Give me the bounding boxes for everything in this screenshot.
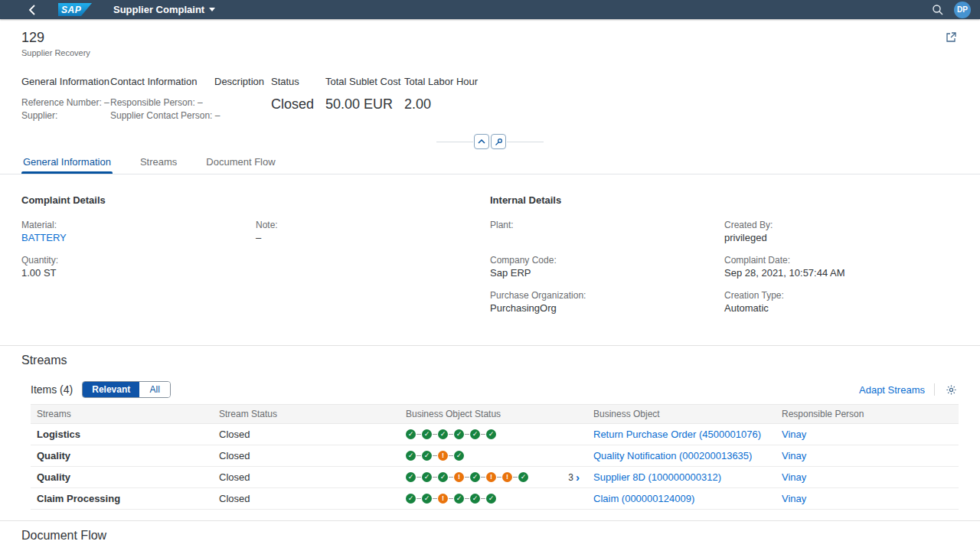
status-positive-icon: ✓ [422,472,432,482]
status-positive-icon: ✓ [486,429,496,439]
business-object-status-chain: ✓✓!✓ [406,451,464,461]
status-positive-icon: ✓ [454,429,464,439]
header-facets: General Information Reference Number: – … [21,76,959,130]
table-row[interactable]: Claim Processing Closed ✓✓!✓✓✓ Claim (00… [31,488,959,510]
status-value: Closed [271,96,313,112]
tab-streams[interactable]: Streams [139,153,178,174]
stream-name: Logistics [37,429,80,440]
material-link[interactable]: BATTERY [21,231,256,244]
status-critical-icon: ! [454,472,464,482]
status-critical-icon: ! [438,494,448,504]
search-icon [932,4,943,15]
streams-table-header: Streams Stream Status Business Object St… [31,404,959,424]
business-object-status-chain: ✓✓✓✓✓✓ [406,429,496,439]
status-positive-icon: ✓ [470,494,480,504]
search-button[interactable] [932,4,943,15]
status-positive-icon: ✓ [406,472,416,482]
chevron-down-icon [209,8,215,11]
status-critical-icon: ! [438,451,448,461]
status-positive-icon: ✓ [486,494,496,504]
business-object-link[interactable]: Claim (000000124009) [593,493,694,504]
facet-description: Description [214,76,271,122]
complaint-details-group: Complaint Details Material: BATTERY Quan… [21,194,490,325]
sap-logo: SAP [58,3,92,16]
status-positive-icon: ✓ [470,472,480,482]
table-row[interactable]: Quality Closed ✓✓✓!✓!!✓3› Supplier 8D (1… [31,467,959,488]
stream-status: Closed [219,450,250,461]
facet-status: Status Closed [271,76,325,122]
field-company-code: Company Code: Sap ERP [490,255,724,280]
app-title-menu[interactable]: Supplier Complaint [113,4,215,15]
business-object-link[interactable]: Quality Notification (000200013635) [593,450,752,461]
field-purchase-organization: Purchase Organization: PurchasingOrg [490,290,724,315]
stream-name: Claim Processing [37,493,120,504]
facet-total-labor-hour: Total Labor Hour 2.00 [404,76,504,122]
responsible-person-link[interactable]: Vinay [782,471,806,483]
streams-section-title: Streams [21,346,959,369]
stream-name: Quality [37,471,70,483]
facet-general-information: General Information Reference Number: – … [21,76,110,122]
table-row[interactable]: Quality Closed ✓✓!✓ Quality Notification… [31,445,959,467]
stream-name: Quality [37,450,70,461]
page-title: 129 [21,30,90,45]
status-positive-icon: ✓ [406,429,416,439]
streams-table-body: Logistics Closed ✓✓✓✓✓✓ Return Purchase … [31,424,959,510]
chevron-up-icon [478,139,485,144]
document-flow-section-title: Document Flow [21,521,959,544]
section-document-flow: Document Flow $ ››› ››› [0,521,980,551]
back-button[interactable] [23,2,40,18]
responsible-person-link[interactable]: Vinay [782,450,806,461]
share-button[interactable] [944,30,959,47]
user-avatar[interactable]: DP [954,2,971,18]
business-object-link[interactable]: Supplier 8D (100000000312) [593,471,721,483]
open-in-new-window-icon [946,31,957,43]
segment-relevant[interactable]: Relevant [83,382,139,397]
internal-details-group: Internal Details Plant: Company Code: Sa… [490,194,959,325]
field-plant: Plant: [490,220,724,245]
tab-document-flow[interactable]: Document Flow [204,153,276,174]
status-positive-icon: ✓ [422,494,432,504]
tab-strip: General Information Streams Document Flo… [0,153,980,174]
facet-contact-information: Contact Information Responsible Person: … [110,76,214,122]
app-title: Supplier Complaint [113,4,204,15]
object-page-header: 129 Supplier Recovery General Informatio… [0,19,980,130]
responsible-person-link[interactable]: Vinay [782,493,806,504]
stream-status: Closed [219,471,250,483]
status-positive-icon: ✓ [438,472,448,482]
stream-status: Closed [219,493,250,504]
collapse-header-button[interactable] [474,134,489,149]
section-streams: Streams Items (4) Relevant All Adapt Str… [0,346,980,510]
table-row[interactable]: Logistics Closed ✓✓✓✓✓✓ Return Purchase … [31,424,959,445]
tab-general-information[interactable]: General Information [21,153,113,174]
header-anchor-row [0,130,980,153]
status-positive-icon: ✓ [406,494,416,504]
status-critical-icon: ! [502,472,512,482]
status-positive-icon: ✓ [422,451,432,461]
pin-header-button[interactable] [491,134,506,149]
sublet-cost-value: 50.00 EUR [325,96,392,112]
shell-bar: SAP Supplier Complaint DP [0,0,980,19]
status-positive-icon: ✓ [518,472,528,482]
responsible-person-link[interactable]: Vinay [782,429,806,440]
adapt-streams-link[interactable]: Adapt Streams [859,384,925,396]
status-positive-icon: ✓ [470,429,480,439]
field-created-by: Created By: privileged [724,220,959,245]
business-object-status-chain: ✓✓!✓✓✓ [406,494,496,504]
business-object-status-chain: ✓✓✓!✓!!✓ [406,472,528,482]
overflow-indicator[interactable]: 3› [568,471,581,483]
field-material: Material: BATTERY [21,220,256,245]
table-settings-button[interactable] [944,383,959,397]
field-complaint-date: Complaint Date: Sep 28, 2021, 10:57:44 A… [724,255,959,280]
page-subtitle: Supplier Recovery [21,48,90,57]
relevance-segmented-control: Relevant All [82,381,171,398]
chevron-right-icon: › [576,471,580,483]
segment-all[interactable]: All [139,382,170,397]
status-positive-icon: ✓ [406,451,416,461]
field-creation-type: Creation Type: Automatic [724,290,959,315]
business-object-link[interactable]: Return Purchase Order (4500001076) [593,429,761,440]
pushpin-icon [495,138,503,146]
facet-total-sublet-cost: Total Sublet Cost 50.00 EUR [325,76,404,122]
streams-toolbar: Items (4) Relevant All Adapt Streams [31,381,959,398]
status-positive-icon: ✓ [454,451,464,461]
gear-icon [946,384,957,396]
